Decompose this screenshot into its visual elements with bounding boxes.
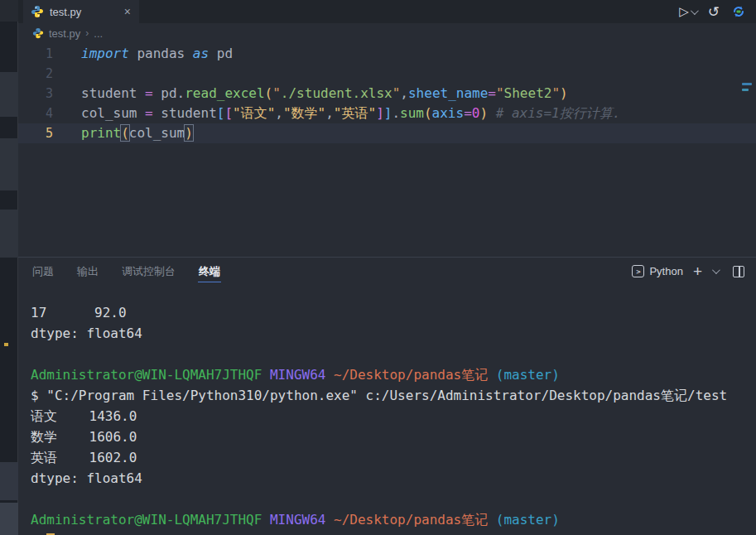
token: sheet_name <box>408 85 488 101</box>
terminal-line <box>31 489 756 509</box>
code-text: import pandas as pd <box>53 44 233 64</box>
token: ) <box>560 85 568 101</box>
token: import <box>81 46 129 61</box>
sync-run-icon[interactable] <box>731 4 746 19</box>
code-line[interactable]: 4col_sum = student[["语文","数学","英语"]].sum… <box>18 104 756 123</box>
line-number[interactable]: 5 <box>18 123 53 143</box>
token: " <box>392 85 401 101</box>
tab-test-py[interactable]: test.py × <box>23 0 139 23</box>
chevron-down-icon[interactable] <box>691 7 699 15</box>
breadcrumb[interactable]: test.py › ... <box>18 23 756 43</box>
chevron-down-icon[interactable] <box>712 266 720 274</box>
token: axis <box>432 105 465 121</box>
token: ./student.xlsx <box>281 85 392 101</box>
line-number[interactable]: 4 <box>18 104 53 123</box>
code-line[interactable]: 3student = pd.read_excel("./student.xlsx… <box>18 84 756 104</box>
code-line[interactable]: 1import pandas as pd <box>18 44 756 64</box>
code-text: print(col_sum) <box>53 123 193 143</box>
terminal-line <box>31 344 756 364</box>
token: col_sum <box>81 105 145 121</box>
token: "语文" <box>233 105 275 121</box>
python-file-icon <box>31 5 44 18</box>
token: as <box>193 46 209 61</box>
token: 语文 1436.0 <box>31 408 137 424</box>
run-button[interactable]: ▷ <box>679 4 696 19</box>
token: ] <box>376 105 384 121</box>
token: [ <box>224 105 233 121</box>
token: 英语 1602.0 <box>31 450 137 465</box>
code-line[interactable]: 5print(col_sum) <box>18 123 756 143</box>
modified-marker <box>4 343 8 346</box>
strip-block <box>0 0 18 22</box>
timeline-history-icon[interactable]: ↺ <box>708 5 720 19</box>
panel-tab-终端[interactable]: 终端 <box>198 258 221 282</box>
code-text: col_sum = student[["语文","数学","英语"]].sum(… <box>53 104 620 123</box>
token: MINGW64 <box>270 367 334 383</box>
strip-block <box>0 72 18 117</box>
line-number[interactable]: 1 <box>18 44 53 64</box>
token: # axis=1按行计算. <box>496 105 621 121</box>
code-editor[interactable]: 1import pandas as pd23student = pd.read_… <box>18 43 756 257</box>
token: (master) <box>496 512 560 528</box>
shell-label: Python <box>649 265 682 277</box>
token: , <box>325 105 334 121</box>
token: pd <box>209 46 233 61</box>
play-icon: ▷ <box>679 4 689 19</box>
panel-tab-调试控制台[interactable]: 调试控制台 <box>121 258 176 282</box>
token: Administrator@WIN-LQMAH7JTHQF <box>31 512 270 528</box>
token: ~/Desktop/pandas笔记 <box>334 367 496 383</box>
token: "英语" <box>334 105 376 121</box>
token: ( <box>265 85 273 101</box>
panel-tab-问题[interactable]: 问题 <box>31 258 55 282</box>
token: ] <box>384 105 392 121</box>
line-number[interactable]: 2 <box>18 64 53 84</box>
token: " <box>496 85 504 101</box>
terminal-output[interactable]: 17 92.0dtype: float64Administrator@WIN-L… <box>18 285 756 535</box>
token: . <box>392 105 400 121</box>
token: = <box>488 85 496 101</box>
token: read_excel <box>185 85 264 101</box>
minimap-mark <box>742 83 752 85</box>
close-icon[interactable]: × <box>124 6 131 17</box>
breadcrumb-file[interactable]: test.py <box>49 27 80 40</box>
strip-block <box>0 503 18 535</box>
token: = <box>145 105 153 121</box>
split-terminal-icon[interactable] <box>733 266 744 277</box>
token: 0 <box>472 105 480 121</box>
terminal-line: $ "C:/Program Files/Python310/python.exe… <box>31 385 756 406</box>
terminal-line: dtype: float64 <box>31 468 756 489</box>
token: " <box>551 85 560 101</box>
token: ( <box>424 105 432 121</box>
terminal-line: 17 92.0 <box>31 302 756 323</box>
token: , <box>400 85 408 101</box>
token: 数学 1606.0 <box>31 429 137 445</box>
breadcrumb-more[interactable]: ... <box>94 27 103 40</box>
strip-block <box>0 210 18 258</box>
token: student <box>153 105 217 121</box>
terminal-line: 英语 1602.0 <box>31 447 756 468</box>
token: = <box>464 105 472 121</box>
code-line[interactable]: 2 <box>18 64 756 84</box>
terminal-line: $ <box>31 530 756 535</box>
terminal-line: Administrator@WIN-LQMAH7JTHQF MINGW64 ~/… <box>31 364 756 385</box>
shell-selector[interactable]: > Python <box>632 265 682 277</box>
panel-tab-输出[interactable]: 输出 <box>76 258 99 282</box>
panel-tab-bar: 问题输出调试控制台终端 > Python + <box>18 257 756 285</box>
token: (master) <box>496 367 560 383</box>
token: Sheet2 <box>504 85 552 101</box>
line-number[interactable]: 3 <box>18 84 53 104</box>
token: print <box>81 125 121 141</box>
token: $ "C:/Program Files/Python310/python.exe… <box>31 388 727 403</box>
strip-block <box>0 462 18 500</box>
token: "数学" <box>283 105 325 121</box>
terminal-line: dtype: float64 <box>31 323 756 344</box>
minimap-mark <box>742 89 749 91</box>
strip-block <box>0 138 18 190</box>
token: student <box>81 85 145 101</box>
python-file-icon <box>32 27 44 39</box>
token: ) <box>479 105 488 121</box>
token: dtype: float64 <box>31 325 142 341</box>
code-text: student = pd.read_excel("./student.xlsx"… <box>53 84 568 104</box>
editor-tab-bar: test.py × ▷ ↺ <box>18 0 756 23</box>
new-terminal-button[interactable]: + <box>693 263 702 279</box>
